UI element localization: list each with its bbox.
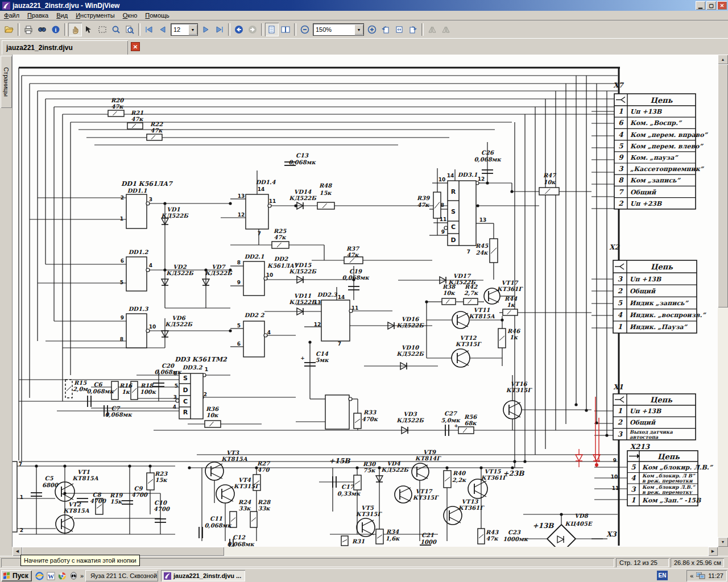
schematic-label: 12	[314, 322, 321, 327]
schematic-label: 11	[269, 198, 276, 204]
windjview-icon	[164, 572, 171, 580]
schematic-label: R34	[386, 529, 399, 535]
schematic-label: DD3.1	[458, 172, 478, 178]
status-page-indicator: Стр. 12 из 25	[616, 558, 669, 567]
vertical-scrollbar[interactable]: ▲ ▼	[718, 55, 728, 547]
menu-item-5[interactable]: Помощь	[141, 11, 173, 19]
schematic-label: D	[183, 386, 188, 394]
task-label: jauza221_2instr.djvu ...	[173, 572, 241, 579]
print-icon	[24, 25, 33, 34]
schematic-label: 0,068мк	[474, 156, 501, 163]
toolbar-hand-button[interactable]	[68, 23, 82, 36]
svg-text:Цепь: Цепь	[651, 263, 673, 271]
schematic-label: 47к	[111, 103, 123, 110]
close-button[interactable]: ✕	[717, 1, 727, 10]
scroll-down-icon[interactable]: ▼	[718, 537, 728, 547]
schematic-label: 10к	[543, 179, 556, 185]
toolbar-select-button[interactable]	[82, 23, 96, 36]
taskbar-task-1[interactable]: jauza221_2instr.djvu ...	[161, 570, 245, 581]
schematic-label: 33к	[238, 505, 251, 512]
chrome-icon[interactable]	[57, 571, 67, 581]
schematic-label: КТ315Г	[506, 387, 532, 393]
toolbar-next-button[interactable]	[199, 23, 213, 36]
alien-icon[interactable]	[68, 571, 78, 581]
system-tray: « 11:27	[686, 570, 727, 581]
toolbar-rotr-button[interactable]	[406, 23, 420, 36]
schematic-label: R16	[119, 383, 133, 389]
toolbar-back-button[interactable]	[232, 23, 246, 36]
network-icon[interactable]	[696, 572, 705, 580]
zoom-dropdown-icon[interactable]: ▼	[354, 24, 363, 35]
start-button[interactable]: Пуск	[1, 570, 32, 581]
document-view[interactable]: Цепь1Uп +13В6Ком. „Воспр.”4Ком „перем. в…	[13, 55, 718, 547]
schematic-label: C10	[154, 500, 167, 506]
toolbar-fliph-button[interactable]	[425, 23, 439, 36]
toolbar-flipv-button[interactable]	[439, 23, 453, 36]
word-icon[interactable]: W	[46, 571, 56, 581]
minimize-button[interactable]: ▁	[696, 1, 705, 10]
document-tab[interactable]: jauza221_2instr.djvu	[2, 40, 128, 55]
quick-launch-overflow-chevron[interactable]: »	[78, 571, 85, 581]
schematic-label: C7	[111, 405, 121, 411]
svg-text:Uп +13В: Uп +13В	[630, 276, 661, 283]
page-combobox[interactable]: 12▼	[171, 23, 198, 36]
toolbar-zoomout-button[interactable]	[298, 23, 312, 36]
toolbar-zoomin-button[interactable]	[365, 23, 379, 36]
schematic-label: DD2.1	[245, 253, 264, 260]
zoom-combobox[interactable]: 150%▼	[313, 23, 364, 36]
schematic-label: 7	[258, 231, 261, 236]
toolbar-single-button[interactable]	[265, 23, 279, 36]
language-indicator[interactable]: EN	[657, 571, 668, 580]
schematic-label: 470к	[362, 416, 378, 422]
menu-item-1[interactable]: Правка	[23, 11, 52, 19]
schematic-label: 1к	[507, 302, 515, 308]
vertical-scroll-thumb[interactable]	[718, 64, 728, 307]
menu-item-4[interactable]: Окно	[119, 11, 142, 19]
schematic-label: КД522Б	[396, 322, 424, 329]
schematic-label: КТ315Г	[456, 341, 482, 347]
toolbar-rotl-button[interactable]	[379, 23, 392, 36]
toolbar-about-button[interactable]: i	[49, 23, 63, 36]
ie-icon[interactable]	[34, 571, 44, 581]
schematic-label: VD15	[294, 262, 312, 268]
tab-close-icon[interactable]: ✕	[131, 42, 140, 51]
toolbar-fit-button[interactable]	[392, 23, 406, 36]
task-label: Яуза 221 1С. Сквозной ...	[90, 572, 158, 579]
toolbar-print-button[interactable]	[22, 23, 35, 36]
svg-text:автостопа: автостопа	[630, 434, 659, 440]
toolbar-forward-button[interactable]	[246, 23, 259, 36]
page-dropdown-icon[interactable]: ▼	[188, 24, 197, 35]
toolbar-separator	[64, 23, 67, 36]
schematic-label: R46	[507, 328, 520, 334]
schematic-label: 33к	[258, 505, 270, 512]
menu-item-2[interactable]: Вид	[52, 11, 72, 19]
schematic-label: КТ361Г	[497, 286, 523, 292]
taskbar-task-0[interactable]: Яуза 221 1С. Сквозной ...	[85, 570, 158, 581]
schematic-label: 0,068мк	[227, 541, 254, 547]
tray-chevron[interactable]: «	[690, 572, 693, 579]
schematic-label: 2,7к	[464, 290, 478, 296]
toolbar-find-button[interactable]	[35, 23, 49, 36]
schematic-label: 1к	[122, 389, 130, 395]
scroll-right-icon[interactable]: ▶	[708, 547, 718, 556]
toolbar-last-button[interactable]	[213, 23, 226, 36]
menu-item-3[interactable]: Инструменты	[72, 11, 119, 19]
schematic-label: КД522Б	[166, 270, 194, 276]
schematic-label: 12	[238, 212, 245, 218]
toolbar-marquee-button[interactable]	[96, 23, 109, 36]
schematic-label: R24	[238, 499, 251, 505]
toolbar-open-button[interactable]	[2, 23, 16, 36]
schematic-label: 47к	[274, 234, 286, 240]
clock[interactable]: 11:27	[708, 572, 723, 579]
toolbar-zoompg-button[interactable]	[123, 23, 136, 36]
sidebar-tab-pages[interactable]: Страницы	[1, 56, 12, 108]
svg-text:Цепь: Цепь	[650, 96, 673, 105]
toolbar-facing-button[interactable]	[279, 23, 292, 36]
scroll-up-icon[interactable]: ▲	[718, 55, 728, 64]
menu-item-0[interactable]: Файл	[0, 11, 23, 19]
maximize-button[interactable]: ▢	[706, 1, 716, 10]
toolbar-separator	[261, 23, 263, 36]
toolbar-first-button[interactable]	[142, 23, 156, 36]
toolbar-zoomsel-button[interactable]	[109, 23, 123, 36]
toolbar-prev-button[interactable]	[156, 23, 169, 36]
